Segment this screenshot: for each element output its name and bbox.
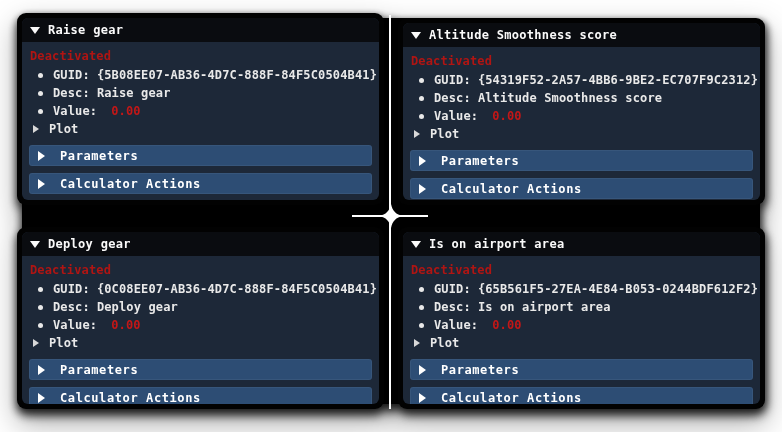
calculator-actions-bar[interactable]: Calculator Actions [29, 387, 372, 404]
bullet-icon [38, 305, 43, 310]
expand-icon [38, 365, 45, 375]
section-bars: Parameters Calculator Actions [410, 143, 753, 199]
calculator-actions-bar[interactable]: Calculator Actions [29, 173, 372, 194]
desc-row: Desc: Altitude Smoothness score [410, 89, 753, 107]
expand-icon [38, 151, 45, 161]
parameters-label: Parameters [60, 149, 138, 163]
desc-row: Desc: Deploy gear [29, 298, 372, 316]
guid-row: GUID: {0C08EE07-AB36-4D7C-888F-84F5C0504… [29, 280, 372, 298]
desc-value: Is on airport area [478, 300, 611, 314]
bullet-icon [419, 287, 424, 292]
desc-label: Desc: [53, 300, 90, 314]
panel-title: Raise gear [48, 23, 123, 37]
value-label: Value: [434, 318, 478, 332]
status-text: Deactivated [411, 262, 753, 278]
expand-icon[interactable] [33, 339, 39, 347]
panel-deploy-gear: Deploy gear Deactivated GUID: {0C08EE07-… [22, 232, 379, 404]
desc-label: Desc: [434, 300, 471, 314]
guid-value: {5B08EE07-AB36-4D7C-888F-84F5C0504B41} [97, 68, 377, 82]
bullet-icon [38, 73, 43, 78]
collapse-icon[interactable] [411, 241, 421, 248]
section-bars: Parameters Calculator Actions [410, 352, 753, 404]
bullet-icon [419, 323, 424, 328]
parameters-bar[interactable]: Parameters [410, 359, 753, 380]
panel-body: Deactivated GUID: {5B08EE07-AB36-4D7C-88… [22, 42, 379, 200]
calculator-actions-label: Calculator Actions [60, 391, 201, 405]
desc-row: Desc: Raise gear [29, 84, 372, 102]
window-deploy-gear: Deploy gear Deactivated GUID: {0C08EE07-… [17, 227, 384, 409]
plot-label: Plot [49, 336, 79, 350]
value-row: Value: 0.00 [29, 316, 372, 334]
value-number: 0.00 [111, 318, 141, 332]
window-altitude-smoothness: Altitude Smoothness score Deactivated GU… [398, 18, 765, 205]
plot-tree-node[interactable]: Plot [29, 334, 372, 352]
value-label: Value: [53, 318, 97, 332]
expand-icon [419, 184, 426, 194]
panel-title: Altitude Smoothness score [429, 28, 617, 42]
guid-label: GUID: [53, 68, 90, 82]
bullet-icon [38, 91, 43, 96]
collapse-icon[interactable] [411, 32, 421, 39]
guid-row: GUID: {5B08EE07-AB36-4D7C-888F-84F5C0504… [29, 66, 372, 84]
plot-label: Plot [430, 127, 460, 141]
status-text: Deactivated [30, 48, 372, 64]
desc-row: Desc: Is on airport area [410, 298, 753, 316]
guid-row: GUID: {65B561F5-27EA-4E84-B053-0244BDF61… [410, 280, 753, 298]
plot-tree-node[interactable]: Plot [410, 125, 753, 143]
bullet-icon [419, 305, 424, 310]
panel-header[interactable]: Raise gear [22, 18, 379, 42]
dock-center-star-icon[interactable] [378, 203, 404, 229]
parameters-bar[interactable]: Parameters [29, 145, 372, 166]
section-bars: Parameters Calculator Actions [29, 352, 372, 404]
value-number: 0.00 [492, 109, 522, 123]
expand-icon [419, 393, 426, 403]
vertical-splitter-bottom[interactable] [389, 216, 391, 409]
expand-icon[interactable] [33, 125, 39, 133]
parameters-label: Parameters [441, 154, 519, 168]
calculator-actions-bar[interactable]: Calculator Actions [410, 178, 753, 199]
desc-label: Desc: [434, 91, 471, 105]
guid-label: GUID: [434, 73, 471, 87]
collapse-icon[interactable] [30, 241, 40, 248]
guid-value: {65B561F5-27EA-4E84-B053-0244BDF612F2} [478, 282, 758, 296]
plot-label: Plot [430, 336, 460, 350]
expand-icon [419, 365, 426, 375]
value-row: Value: 0.00 [29, 102, 372, 120]
expand-icon[interactable] [414, 130, 420, 138]
expand-icon[interactable] [414, 339, 420, 347]
bullet-icon [419, 78, 424, 83]
desc-value: Raise gear [97, 86, 171, 100]
window-is-on-airport-area: Is on airport area Deactivated GUID: {65… [398, 227, 765, 409]
value-label: Value: [53, 104, 97, 118]
calculator-actions-label: Calculator Actions [441, 391, 582, 405]
parameters-bar[interactable]: Parameters [29, 359, 372, 380]
bullet-icon [38, 287, 43, 292]
panel-header[interactable]: Is on airport area [403, 232, 760, 256]
parameters-bar[interactable]: Parameters [410, 150, 753, 171]
panel-title: Is on airport area [429, 237, 564, 251]
vertical-splitter-top[interactable] [389, 15, 391, 216]
bullet-icon [419, 96, 424, 101]
panel-header[interactable]: Altitude Smoothness score [403, 23, 760, 47]
collapse-icon[interactable] [30, 27, 40, 34]
guid-label: GUID: [53, 282, 90, 296]
guid-value: {0C08EE07-AB36-4D7C-888F-84F5C0504B41} [97, 282, 377, 296]
desc-value: Deploy gear [97, 300, 178, 314]
window-raise-gear: Raise gear Deactivated GUID: {5B08EE07-A… [17, 13, 384, 205]
panel-body: Deactivated GUID: {54319F52-2A57-4BB6-9B… [403, 47, 760, 200]
panel-altitude-smoothness: Altitude Smoothness score Deactivated GU… [403, 23, 760, 200]
debug-windows-canvas: Raise gear Deactivated GUID: {5B08EE07-A… [0, 0, 782, 432]
calculator-actions-bar[interactable]: Calculator Actions [410, 387, 753, 404]
expand-icon [38, 179, 45, 189]
value-number: 0.00 [492, 318, 522, 332]
guid-label: GUID: [434, 282, 471, 296]
calculator-actions-label: Calculator Actions [60, 177, 201, 191]
desc-value: Altitude Smoothness score [478, 91, 662, 105]
plot-tree-node[interactable]: Plot [29, 120, 372, 138]
panel-header[interactable]: Deploy gear [22, 232, 379, 256]
plot-tree-node[interactable]: Plot [410, 334, 753, 352]
panel-is-on-airport-area: Is on airport area Deactivated GUID: {65… [403, 232, 760, 404]
panel-body: Deactivated GUID: {65B561F5-27EA-4E84-B0… [403, 256, 760, 404]
calculator-actions-label: Calculator Actions [441, 182, 582, 196]
panel-raise-gear: Raise gear Deactivated GUID: {5B08EE07-A… [22, 18, 379, 200]
